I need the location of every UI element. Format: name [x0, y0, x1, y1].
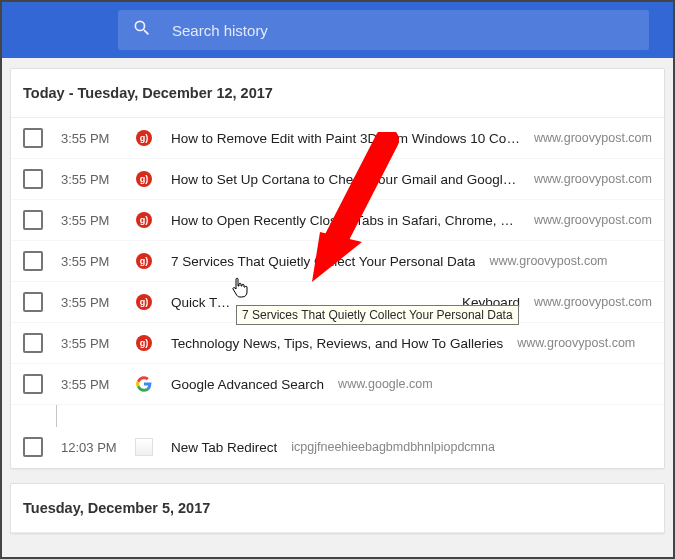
favicon: g) — [135, 334, 153, 352]
select-checkbox[interactable] — [23, 374, 43, 394]
annotation-arrow — [312, 132, 402, 302]
history-title[interactable]: Technology News, Tips, Reviews, and How … — [171, 336, 503, 351]
svg-marker-0 — [312, 232, 362, 282]
select-checkbox[interactable] — [23, 251, 43, 271]
favicon: g) — [135, 252, 153, 270]
search-box[interactable] — [118, 10, 649, 50]
select-checkbox[interactable] — [23, 292, 43, 312]
select-checkbox[interactable] — [23, 437, 43, 457]
history-domain[interactable]: www.groovypost.com — [534, 131, 652, 145]
groovypost-favicon: g) — [136, 253, 152, 269]
history-row[interactable]: 12:03 PMNew Tab Redirecticpgjfneehieebag… — [11, 427, 664, 468]
history-domain[interactable]: www.groovypost.com — [534, 172, 652, 186]
search-icon — [132, 18, 170, 42]
date-header: Tuesday, December 5, 2017 — [11, 484, 664, 533]
google-favicon — [136, 376, 152, 392]
history-title[interactable]: New Tab Redirect — [171, 440, 277, 455]
history-row[interactable]: 3:55 PMg)Technology News, Tips, Reviews,… — [11, 323, 664, 364]
hover-tooltip: 7 Services That Quietly Collect Your Per… — [236, 305, 519, 325]
select-checkbox[interactable] — [23, 210, 43, 230]
history-domain[interactable]: www.google.com — [338, 377, 433, 391]
history-domain[interactable]: www.groovypost.com — [489, 254, 607, 268]
history-time: 3:55 PM — [61, 336, 135, 351]
select-checkbox[interactable] — [23, 169, 43, 189]
select-checkbox[interactable] — [23, 128, 43, 148]
groovypost-favicon: g) — [136, 212, 152, 228]
history-domain[interactable]: www.groovypost.com — [534, 295, 652, 309]
favicon: g) — [135, 170, 153, 188]
history-time: 3:55 PM — [61, 377, 135, 392]
history-time: 12:03 PM — [61, 440, 135, 455]
pointer-cursor-icon — [230, 277, 250, 299]
history-time: 3:55 PM — [61, 254, 135, 269]
favicon: g) — [135, 129, 153, 147]
header-bar — [2, 2, 673, 58]
favicon — [135, 438, 153, 456]
history-time: 3:55 PM — [61, 131, 135, 146]
history-title[interactable]: Google Advanced Search — [171, 377, 324, 392]
favicon — [135, 375, 153, 393]
app-frame: Today - Tuesday, December 12, 20173:55 P… — [0, 0, 675, 559]
favicon: g) — [135, 293, 153, 311]
groovypost-favicon: g) — [136, 294, 152, 310]
history-row[interactable]: 3:55 PMGoogle Advanced Searchwww.google.… — [11, 364, 664, 405]
blank-favicon — [135, 438, 153, 456]
history-title[interactable]: Quick Tip: — [171, 295, 231, 310]
groovypost-favicon: g) — [136, 130, 152, 146]
search-input[interactable] — [170, 21, 635, 40]
select-checkbox[interactable] — [23, 333, 43, 353]
history-time: 3:55 PM — [61, 172, 135, 187]
favicon: g) — [135, 211, 153, 229]
groovypost-favicon: g) — [136, 171, 152, 187]
history-time: 3:55 PM — [61, 295, 135, 310]
date-header: Today - Tuesday, December 12, 2017 — [11, 69, 664, 118]
groovypost-favicon: g) — [136, 335, 152, 351]
history-group: Tuesday, December 5, 2017 — [10, 483, 665, 534]
history-domain[interactable]: www.groovypost.com — [517, 336, 635, 350]
history-time: 3:55 PM — [61, 213, 135, 228]
group-separator — [56, 405, 664, 427]
history-domain[interactable]: www.groovypost.com — [534, 213, 652, 227]
history-domain[interactable]: icpgjfneehieebagbmdbhnlpiopdcmna — [291, 440, 495, 454]
